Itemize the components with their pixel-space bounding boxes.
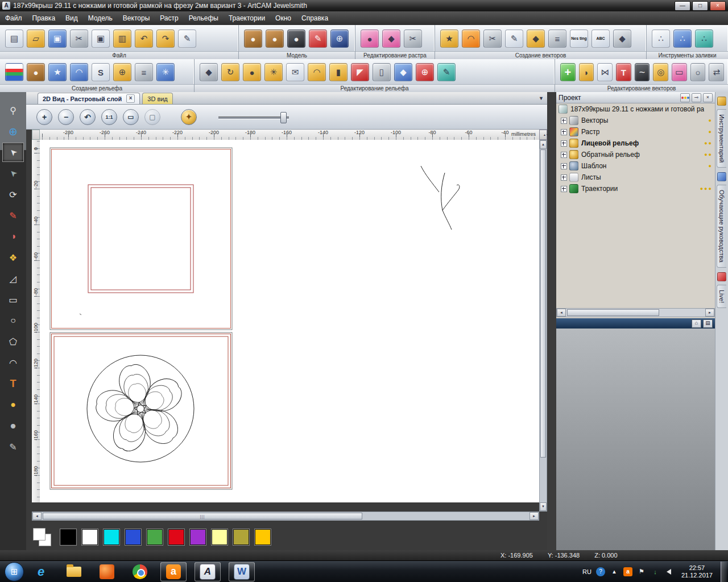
help-tray-icon[interactable]: ? xyxy=(596,567,605,576)
tab-2d-view[interactable]: 2D Вид - Растровый слой × xyxy=(38,93,140,104)
palette-colour[interactable] xyxy=(125,529,141,545)
taskbar-word-icon[interactable]: W xyxy=(229,562,255,581)
taskbar-artcam-icon[interactable]: A xyxy=(195,562,221,581)
zoom-out-button[interactable]: − xyxy=(58,109,74,125)
relief-blend-icon[interactable] xyxy=(27,63,45,81)
menu-item[interactable]: Файл xyxy=(0,13,27,24)
tab-list-dropdown-icon[interactable]: ▼ xyxy=(539,95,544,101)
vector-knife-icon[interactable] xyxy=(483,30,502,48)
paint-tool[interactable]: ❖ xyxy=(2,248,24,267)
visibility-bulb-icons[interactable]: ● xyxy=(709,129,713,135)
show-hidden-icons[interactable]: ▴ xyxy=(610,567,619,576)
warp-relief-icon[interactable] xyxy=(308,63,326,81)
expand-icon[interactable] xyxy=(561,129,567,135)
tree-item[interactable]: Векторы ● xyxy=(556,115,715,126)
menu-item[interactable]: Окно xyxy=(270,13,296,24)
spin-relief-icon[interactable] xyxy=(92,63,110,81)
tab-tutorials[interactable]: Обучающие руководства xyxy=(717,185,726,268)
fill-chain-icon[interactable] xyxy=(695,30,713,48)
tree-item[interactable]: Лицевой рельеф ●● xyxy=(556,138,715,149)
measure-tool[interactable]: ✎ xyxy=(2,206,24,225)
volume-icon[interactable] xyxy=(664,567,673,576)
taskbar-clock[interactable]: 22:57 21.12.2017 xyxy=(681,564,713,579)
scroll-left-icon[interactable]: ◄ xyxy=(32,512,42,520)
horizontal-scroll-thumb[interactable]: ||| xyxy=(43,513,362,519)
fit-vectors-icon[interactable] xyxy=(505,30,523,48)
menu-item[interactable]: Справка xyxy=(296,13,333,24)
expand-icon[interactable] xyxy=(561,186,567,192)
polygon-tool[interactable]: ⬠ xyxy=(2,332,24,351)
menu-item[interactable]: Рельефы xyxy=(184,13,224,24)
palette-colour[interactable] xyxy=(255,529,271,545)
freeform-icon[interactable] xyxy=(635,63,650,81)
erase-relief-icon[interactable] xyxy=(351,63,369,81)
scroll-up-icon[interactable]: ▲ xyxy=(540,140,547,149)
reduce-colours-icon[interactable] xyxy=(361,30,379,48)
vertical-scrollbar[interactable]: ▲ ▼ xyxy=(539,140,547,512)
offset-vector-icon[interactable] xyxy=(527,30,545,48)
zoom-tool[interactable]: ⚲ xyxy=(2,101,24,120)
tab-3d-view[interactable]: 3D вид xyxy=(142,93,173,104)
taskbar-orange-app-icon[interactable] xyxy=(94,563,119,581)
hourglass-icon[interactable] xyxy=(597,63,613,81)
home-icon[interactable]: ⌂ xyxy=(692,319,701,328)
vector-doctor-icon[interactable] xyxy=(616,63,631,81)
model-lighting-icon[interactable] xyxy=(309,30,327,48)
menu-item[interactable]: Вид xyxy=(60,13,83,24)
tree-root-item[interactable]: 187x99крыш 29.11 с ножками и готовой ра xyxy=(556,103,715,115)
menu-item[interactable]: Модель xyxy=(83,13,118,24)
bell-icon[interactable] xyxy=(653,63,668,81)
smooth-relief-icon[interactable] xyxy=(221,63,239,81)
palette-colour[interactable] xyxy=(212,529,228,545)
tree-item[interactable]: Шаблон ● xyxy=(556,160,715,172)
weave-wizard-icon[interactable] xyxy=(113,63,131,81)
trace-icon[interactable] xyxy=(690,63,706,81)
expand-icon[interactable] xyxy=(561,140,567,147)
visibility-bulb-icons[interactable]: ●●● xyxy=(700,186,713,192)
zoom-1to1-button[interactable]: 1:1 xyxy=(101,109,117,125)
arc-wizard-icon[interactable] xyxy=(462,30,480,48)
taskbar-chrome-icon[interactable] xyxy=(127,563,152,581)
expand-icon[interactable] xyxy=(561,174,567,181)
pin-icon[interactable]: ⊸ xyxy=(692,93,701,102)
droplet-tool[interactable]: ● xyxy=(2,395,24,414)
new-model-icon[interactable] xyxy=(5,30,23,48)
tree-item[interactable]: Обратный рельеф ●● xyxy=(556,149,715,160)
horizontal-scrollbar[interactable]: ◄ ||| ► xyxy=(32,512,539,521)
model-wireframe-icon[interactable] xyxy=(330,30,349,48)
lock-relief-icon[interactable] xyxy=(329,63,348,81)
fill-beads-icon[interactable] xyxy=(673,30,692,48)
pillar-relief-icon[interactable] xyxy=(373,63,391,81)
zoom-previous-button[interactable] xyxy=(80,109,96,125)
emboss-relief-icon[interactable] xyxy=(156,63,175,81)
undo-icon[interactable] xyxy=(135,30,153,48)
expand-icon[interactable] xyxy=(561,152,567,158)
revolve-icon[interactable] xyxy=(579,63,594,81)
fill-grid-icon[interactable] xyxy=(652,30,670,48)
vertical-scroll-thumb[interactable] xyxy=(540,149,546,458)
envelope-distort-icon[interactable] xyxy=(286,63,304,81)
expand-icon[interactable] xyxy=(561,163,567,169)
palette-colour[interactable] xyxy=(60,529,76,545)
model-invert-icon[interactable] xyxy=(287,30,305,48)
copy-relief-icon[interactable] xyxy=(394,63,412,81)
zoom-window-button[interactable] xyxy=(123,109,139,125)
palette-colour[interactable] xyxy=(104,529,119,545)
menu-item[interactable]: Векторы xyxy=(118,13,155,24)
scroll-down-icon[interactable]: ▼ xyxy=(540,502,547,511)
texture-relief-icon[interactable] xyxy=(48,63,67,81)
menu-item[interactable]: Правка xyxy=(27,13,61,24)
taskbar-amigo-icon[interactable]: a xyxy=(160,562,187,581)
annotate-icon[interactable] xyxy=(178,30,196,48)
menu-item[interactable]: Траектории xyxy=(224,13,270,24)
maximize-button[interactable]: □ xyxy=(692,1,708,11)
minimize-button[interactable]: — xyxy=(675,1,690,11)
update-tray-icon[interactable]: ↓ xyxy=(651,567,660,576)
two-rail-sweep-icon[interactable] xyxy=(70,63,88,81)
scroll-right-icon[interactable]: ► xyxy=(705,309,714,317)
replay-icon[interactable] xyxy=(709,63,724,81)
tab-live[interactable]: Live! xyxy=(717,285,726,308)
zoom-extents-button[interactable] xyxy=(144,109,160,125)
node-edit-tool[interactable]: ➤ xyxy=(2,164,24,183)
tab-close-icon[interactable]: × xyxy=(126,94,135,103)
